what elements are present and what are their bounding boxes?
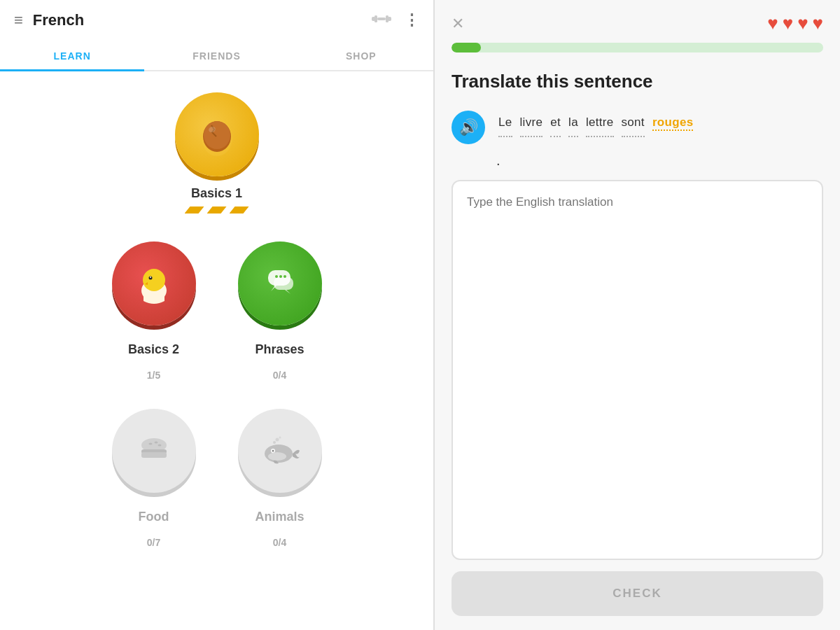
- heart-1: ♥: [767, 13, 778, 34]
- hamburger-icon[interactable]: ≡: [14, 13, 23, 28]
- app-header: ≡ French ⋮: [0, 0, 433, 41]
- basics2-item: Basics 2 1/5: [112, 241, 196, 381]
- speaker-button[interactable]: 🔊: [451, 111, 485, 144]
- progress-bar-1: [185, 206, 204, 214]
- lesson-content: Basics 1: [0, 71, 433, 630]
- svg-rect-1: [374, 15, 377, 22]
- word-lettre[interactable]: lettre: [586, 109, 614, 137]
- svg-point-33: [268, 452, 286, 461]
- sentence-area: 🔊 Le livre et la lettre sont rouges: [451, 109, 823, 144]
- svg-point-29: [272, 450, 274, 452]
- right-panel: ✕ ♥ ♥ ♥ ♥ Translate this sentence 🔊 Le l…: [434, 0, 840, 630]
- svg-point-30: [273, 441, 276, 444]
- svg-rect-23: [141, 452, 167, 458]
- check-button[interactable]: CHECK: [451, 571, 823, 616]
- speaker-icon: 🔊: [459, 118, 478, 136]
- word-et[interactable]: et: [550, 109, 561, 137]
- phrases-item: Phrases 0/4: [238, 241, 322, 381]
- hearts-container: ♥ ♥ ♥ ♥: [767, 13, 823, 34]
- progress-fill: [451, 43, 481, 52]
- dumbbell-icon[interactable]: [372, 11, 391, 29]
- exercise-title: Translate this sentence: [451, 71, 823, 92]
- animals-sub: 0/4: [273, 537, 286, 548]
- animals-label: Animals: [255, 510, 304, 524]
- svg-rect-16: [274, 277, 293, 290]
- svg-point-13: [156, 279, 164, 288]
- svg-point-24: [148, 443, 152, 445]
- exercise-body: Translate this sentence 🔊 Le livre et la…: [435, 64, 840, 630]
- food-item: Food 0/7: [112, 409, 196, 548]
- svg-point-32: [279, 437, 281, 439]
- sentence-text: Le livre et la lettre sont rouges: [496, 109, 693, 137]
- animals-item: Animals 0/4: [238, 409, 322, 548]
- food-label: Food: [139, 510, 169, 524]
- basics1-icon[interactable]: [175, 92, 259, 176]
- tab-learn[interactable]: LEARN: [0, 41, 144, 70]
- left-panel: ≡ French ⋮ LEARN FRIENDS SHOP: [0, 0, 434, 630]
- close-button[interactable]: ✕: [451, 15, 464, 33]
- basics2-sub: 1/5: [147, 370, 160, 381]
- svg-point-7: [204, 121, 230, 149]
- basics2-label: Basics 2: [128, 342, 179, 357]
- phrases-label: Phrases: [255, 342, 304, 357]
- header-right: ⋮: [372, 11, 419, 29]
- word-rouges[interactable]: rouges: [652, 115, 693, 131]
- heart-2: ♥: [783, 13, 793, 34]
- phrases-sub: 0/4: [273, 370, 286, 381]
- svg-point-31: [275, 438, 279, 442]
- svg-point-25: [154, 442, 158, 444]
- basics1-label: Basics 1: [191, 186, 242, 201]
- header-left: ≡ French: [14, 11, 84, 29]
- progress-track: [451, 43, 823, 52]
- more-icon[interactable]: ⋮: [404, 11, 419, 29]
- word-la[interactable]: la: [568, 109, 578, 137]
- basics2-icon[interactable]: [112, 241, 196, 326]
- svg-point-20: [284, 275, 286, 278]
- word-livre[interactable]: livre: [520, 109, 543, 137]
- svg-point-19: [279, 275, 282, 278]
- basics1-progress: [185, 206, 249, 214]
- heart-3: ♥: [797, 13, 808, 34]
- translation-input[interactable]: [451, 180, 823, 560]
- word-le[interactable]: Le: [498, 109, 512, 137]
- svg-point-26: [158, 444, 161, 447]
- exercise-header: ✕ ♥ ♥ ♥ ♥: [435, 0, 840, 43]
- sentence-period: .: [496, 153, 823, 169]
- progress-bar-2: [207, 206, 227, 214]
- bottom-lessons-row: Food 0/7: [112, 409, 322, 548]
- mid-lessons-row: Basics 2 1/5: [112, 241, 322, 381]
- food-icon[interactable]: [112, 409, 196, 493]
- svg-marker-17: [285, 290, 290, 294]
- app-title: French: [33, 11, 84, 29]
- food-sub: 0/7: [147, 537, 160, 548]
- svg-point-18: [275, 275, 278, 278]
- phrases-icon[interactable]: [238, 241, 322, 326]
- svg-rect-2: [377, 18, 386, 20]
- tabs: LEARN FRIENDS SHOP: [0, 41, 433, 71]
- svg-rect-4: [388, 17, 391, 21]
- tab-friends[interactable]: FRIENDS: [144, 41, 288, 70]
- heart-4: ♥: [813, 13, 823, 34]
- word-sont[interactable]: sont: [622, 109, 645, 137]
- svg-point-12: [150, 276, 151, 278]
- tab-shop[interactable]: SHOP: [289, 41, 433, 70]
- basics1-section: Basics 1: [175, 92, 259, 214]
- progress-bar-container: [435, 43, 840, 64]
- animals-icon[interactable]: [238, 409, 322, 493]
- progress-bar-3: [230, 206, 249, 214]
